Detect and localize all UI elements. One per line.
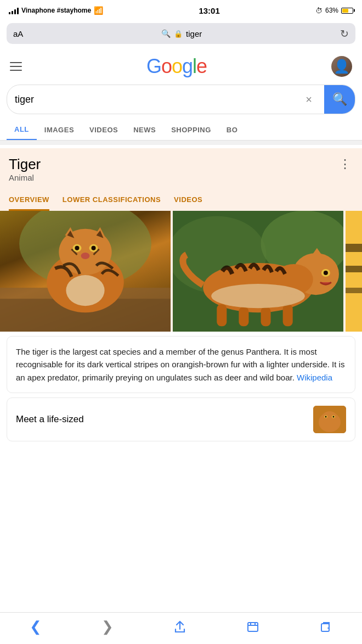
tiger-svg-2	[173, 211, 343, 332]
svg-point-26	[324, 271, 328, 275]
meet-card-thumbnail	[313, 406, 346, 433]
signal-bar-3	[14, 9, 16, 14]
signal-bar-4	[17, 8, 19, 14]
tiger-image-2[interactable]	[173, 211, 343, 332]
reload-button[interactable]: ↻	[340, 27, 349, 40]
tab-images[interactable]: IMAGES	[37, 120, 82, 139]
search-submit-button[interactable]: 🔍	[324, 85, 355, 114]
tab-shopping[interactable]: SHOPPING	[163, 120, 219, 139]
tiger-image-1[interactable]	[0, 211, 171, 332]
description-text: The tiger is the largest cat species and…	[16, 345, 346, 384]
address-url-area[interactable]: 🔍 🔒 tiger	[161, 29, 202, 38]
tiger-svg-3	[346, 211, 362, 332]
time-display: 13:01	[199, 6, 219, 15]
meet-thumb-image	[313, 406, 346, 433]
search-box-container: tiger × 🔍	[0, 85, 362, 120]
description-body: The tiger is the largest cat species and…	[16, 347, 344, 382]
kp-tab-lower-classifications[interactable]: LOWER CLASSIFICATIONS	[63, 190, 161, 211]
knowledge-panel: Tiger Animal ⋮ OVERVIEW LOWER CLASSIFICA…	[0, 148, 362, 332]
wifi-icon: 📶	[94, 6, 103, 15]
tiger-svg-1	[0, 211, 171, 332]
svg-rect-24	[283, 304, 293, 326]
tab-bo[interactable]: BO	[219, 120, 246, 139]
svg-point-35	[322, 411, 337, 424]
description-card: The tiger is the largest cat species and…	[7, 336, 355, 393]
divider-1	[0, 141, 362, 145]
search-magnify-icon: 🔍	[332, 92, 347, 107]
logo-o1: o	[161, 55, 172, 77]
font-size-label[interactable]: aA	[13, 29, 23, 38]
signal-bar-1	[9, 12, 10, 14]
svg-point-10	[66, 275, 104, 306]
hamburger-menu[interactable]	[10, 62, 22, 71]
search-input-area[interactable]: tiger ×	[7, 88, 324, 111]
svg-point-8	[92, 246, 96, 250]
kp-entity-subtitle: Animal	[9, 173, 41, 182]
kp-header-area: Tiger Animal ⋮ OVERVIEW LOWER CLASSIFICA…	[0, 148, 362, 211]
signal-bar-2	[12, 11, 13, 14]
address-bar[interactable]: aA 🔍 🔒 tiger ↻	[7, 23, 355, 44]
tab-news[interactable]: NEWS	[126, 120, 163, 139]
kp-title-area: Tiger Animal	[9, 156, 41, 188]
svg-point-27	[211, 284, 305, 308]
google-header: Google 👤	[0, 48, 362, 85]
kp-more-options[interactable]: ⋮	[337, 156, 353, 172]
svg-rect-32	[346, 288, 362, 293]
kp-tabs: OVERVIEW LOWER CLASSIFICATIONS VIDEOS	[9, 190, 353, 211]
tiger-image-gallery[interactable]	[0, 211, 362, 332]
logo-e: e	[196, 55, 207, 77]
svg-rect-30	[346, 244, 362, 252]
logo-l: l	[193, 55, 196, 77]
kp-tab-videos[interactable]: VIDEOS	[174, 190, 202, 211]
address-text: tiger	[186, 29, 202, 38]
meet-card-title: Meet a life-sized	[16, 414, 84, 425]
svg-rect-31	[346, 266, 362, 272]
address-bar-container: aA 🔍 🔒 tiger ↻	[0, 20, 362, 48]
battery-percent: 63%	[325, 7, 338, 14]
hamburger-line-3	[10, 70, 22, 71]
signal-bars	[9, 7, 19, 14]
carrier-label: Vinaphone #stayhome	[21, 7, 91, 14]
kp-tab-overview[interactable]: OVERVIEW	[9, 190, 49, 211]
status-right: ⏱ 63%	[315, 7, 353, 15]
search-icon-address: 🔍	[161, 29, 171, 38]
tab-videos[interactable]: VIDEOS	[82, 120, 126, 139]
search-clear-button[interactable]: ×	[306, 93, 312, 106]
logo-g: G	[146, 55, 161, 77]
wikipedia-link[interactable]: Wikipedia	[297, 373, 332, 382]
battery-icon	[341, 8, 353, 14]
kp-title-row: Tiger Animal ⋮	[9, 156, 353, 188]
kp-entity-title: Tiger	[9, 156, 41, 173]
svg-rect-21	[217, 304, 227, 326]
search-tabs: ALL IMAGES VIDEOS NEWS SHOPPING BO	[0, 120, 362, 141]
logo-o2: o	[172, 55, 182, 77]
bottom-spacer	[0, 448, 362, 486]
lock-icon: 🔒	[174, 30, 183, 38]
battery-fill	[342, 9, 348, 13]
address-bar-left: aA	[13, 29, 23, 38]
svg-point-9	[81, 253, 89, 259]
status-left: Vinaphone #stayhome 📶	[9, 6, 103, 15]
google-logo: Google	[146, 55, 207, 78]
search-query-text: tiger	[15, 94, 306, 105]
screen-time-icon: ⏱	[315, 7, 323, 15]
user-avatar[interactable]: 👤	[331, 56, 352, 77]
meet-card[interactable]: Meet a life-sized	[7, 397, 355, 441]
svg-point-38	[325, 416, 327, 417]
search-box[interactable]: tiger × 🔍	[7, 85, 355, 114]
hamburger-line-2	[10, 66, 22, 67]
status-bar: Vinaphone #stayhome 📶 13:01 ⏱ 63%	[0, 0, 362, 20]
svg-rect-23	[261, 307, 271, 326]
hamburger-line-1	[10, 62, 22, 63]
logo-g2: g	[182, 55, 193, 77]
tab-all[interactable]: ALL	[7, 120, 37, 141]
tiger-image-3-partial[interactable]	[346, 211, 362, 332]
svg-rect-22	[239, 307, 248, 326]
svg-point-7	[75, 246, 79, 250]
svg-point-39	[333, 416, 335, 417]
